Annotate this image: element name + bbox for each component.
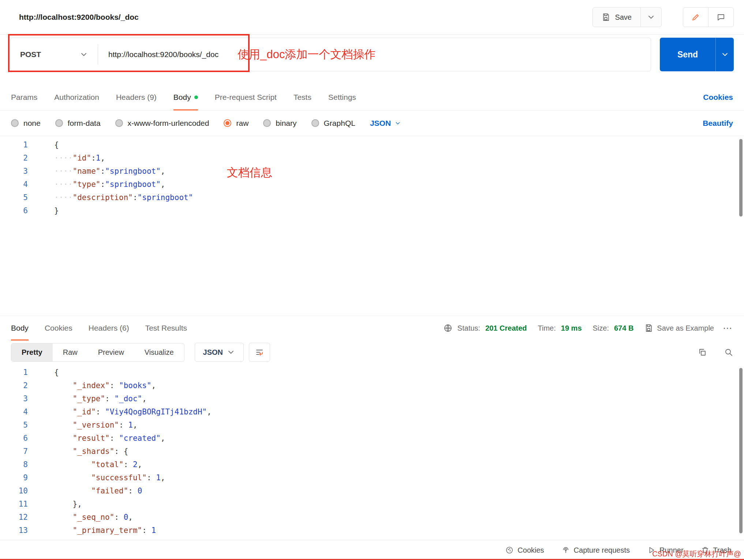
tab-settings[interactable]: Settings <box>328 85 356 110</box>
send-options-caret[interactable] <box>715 38 734 71</box>
capture-requests-icon <box>562 546 570 554</box>
radio-graphql[interactable]: GraphQL <box>311 119 355 128</box>
footer-cookies-label: Cookies <box>517 546 544 555</box>
code-text: "_seq_no": 0, <box>37 511 133 524</box>
request-url-row: POST http://localhost:9200/books/_doc 使用… <box>0 35 744 84</box>
line-number: 2 <box>0 379 37 392</box>
status-value: 201 Created <box>485 324 527 332</box>
cookie-icon <box>505 546 513 554</box>
radio-raw[interactable]: raw <box>224 119 248 128</box>
url-input[interactable]: http://localhost:9200/books/_doc <box>98 50 218 59</box>
send-button[interactable]: Send <box>660 38 715 71</box>
footer-capture-button[interactable]: Capture requests <box>562 546 630 555</box>
line-number: 5 <box>0 191 37 204</box>
radio-none[interactable]: none <box>11 119 41 128</box>
footer-cookies-button[interactable]: Cookies <box>505 546 544 555</box>
line-number: 6 <box>0 432 37 445</box>
save-options-caret[interactable] <box>640 8 661 27</box>
radio-x-www-form-urlencoded[interactable]: x-www-form-urlencoded <box>115 119 209 128</box>
code-line: 4····"type":"springboot", <box>0 178 744 191</box>
footer-bar: Cookies Capture requests Runner Trash CS… <box>0 540 744 560</box>
view-tab-preview[interactable]: Preview <box>88 343 134 361</box>
radio-form-data[interactable]: form-data <box>55 119 101 128</box>
tab-authorization[interactable]: Authorization <box>54 85 99 110</box>
edit-request-button[interactable] <box>683 8 708 27</box>
language-label: JSON <box>370 119 391 128</box>
tab-headers[interactable]: Headers (9) <box>116 85 157 110</box>
code-line: 1{ <box>0 366 744 379</box>
code-text: "_type": "_doc", <box>37 392 147 405</box>
view-tab-raw[interactable]: Raw <box>53 343 88 361</box>
language-label: JSON <box>203 348 223 357</box>
request-tab-title: http://localhost:9200/books/_doc <box>19 13 139 22</box>
code-line: 5 "_version": 1, <box>0 418 744 432</box>
view-tab-pretty[interactable]: Pretty <box>11 343 53 361</box>
response-body-viewer[interactable]: 1{2 "_index": "books",3 "_type": "_doc",… <box>0 364 744 540</box>
chevron-down-icon <box>395 120 401 127</box>
annotation-doc-operation: 使用_doc添加一个文档操作 <box>238 47 375 62</box>
response-view-tabs: Pretty Raw Preview Visualize <box>11 343 184 362</box>
copy-response-button[interactable] <box>698 348 707 357</box>
radio-circle <box>311 119 319 127</box>
wrap-lines-button[interactable] <box>249 343 270 362</box>
code-text: "successful": 1, <box>37 471 165 484</box>
chevron-down-icon <box>227 348 235 357</box>
response-tab-test-results[interactable]: Test Results <box>145 316 187 341</box>
save-button[interactable]: Save <box>593 8 640 27</box>
response-scrollbar[interactable] <box>739 368 743 533</box>
code-line: 6} <box>0 204 744 217</box>
request-body-editor[interactable]: 1{2····"id":1,3····"name":"springboot",4… <box>0 136 744 316</box>
cookies-link[interactable]: Cookies <box>703 93 733 102</box>
tab-label: Body <box>173 93 191 102</box>
response-header: Body Cookies Headers (6) Test Results St… <box>0 316 744 340</box>
footer-trash-button[interactable]: Trash <box>701 546 732 555</box>
code-line: 7 "_shards": { <box>0 445 744 458</box>
comments-button[interactable] <box>708 8 733 27</box>
response-tab-headers[interactable]: Headers (6) <box>89 316 129 341</box>
line-number: 3 <box>0 392 37 405</box>
chevron-down-icon <box>647 13 655 22</box>
code-text: "total": 2, <box>37 458 142 471</box>
url-bar: POST http://localhost:9200/books/_doc 使用… <box>10 38 651 71</box>
code-text: { <box>37 138 59 151</box>
line-number: 7 <box>0 445 37 458</box>
response-tab-cookies[interactable]: Cookies <box>45 316 72 341</box>
line-number: 4 <box>0 178 37 191</box>
tab-label: Authorization <box>54 93 99 102</box>
tab-label: Tests <box>294 93 311 102</box>
line-number: 9 <box>0 471 37 484</box>
response-tab-body[interactable]: Body <box>11 316 29 341</box>
beautify-link[interactable]: Beautify <box>703 119 733 128</box>
line-number: 1 <box>0 366 37 379</box>
radio-circle <box>11 119 19 127</box>
tab-pre-request-script[interactable]: Pre-request Script <box>215 85 277 110</box>
search-icon <box>724 348 733 357</box>
method-label: POST <box>20 50 41 59</box>
body-language-select[interactable]: JSON <box>370 119 401 128</box>
search-response-button[interactable] <box>724 348 733 357</box>
status-label: Status: <box>457 324 480 332</box>
code-line: 3 "_type": "_doc", <box>0 392 744 405</box>
save-as-example-button[interactable]: Save as Example <box>644 324 714 332</box>
method-select[interactable]: POST <box>11 38 98 71</box>
more-options-icon[interactable]: ⋯ <box>723 323 733 334</box>
line-number: 1 <box>0 138 37 151</box>
request-editor-scrollbar[interactable] <box>739 139 743 217</box>
tab-tests[interactable]: Tests <box>294 85 311 110</box>
chevron-down-icon <box>721 50 729 59</box>
tab-params[interactable]: Params <box>11 85 37 110</box>
code-text: ····"name":"springboot", <box>37 165 165 178</box>
response-language-select[interactable]: JSON <box>195 343 244 362</box>
line-number: 3 <box>0 165 37 178</box>
code-line: 2····"id":1, <box>0 151 744 165</box>
view-tab-visualize[interactable]: Visualize <box>134 343 184 361</box>
radio-binary[interactable]: binary <box>263 119 296 128</box>
radio-label: x-www-form-urlencoded <box>128 119 209 128</box>
code-line: 4 "_id": "Viy4QogBORgITj41bzdH", <box>0 405 744 418</box>
footer-runner-button[interactable]: Runner <box>647 546 684 555</box>
tab-body[interactable]: Body <box>173 85 198 110</box>
radio-label: form-data <box>68 119 101 128</box>
code-text: "_primary_term": 1 <box>37 524 156 537</box>
code-text: "_id": "Viy4QogBORgITj41bzdH", <box>37 405 212 418</box>
response-code-lines: 1{2 "_index": "books",3 "_type": "_doc",… <box>0 366 744 537</box>
